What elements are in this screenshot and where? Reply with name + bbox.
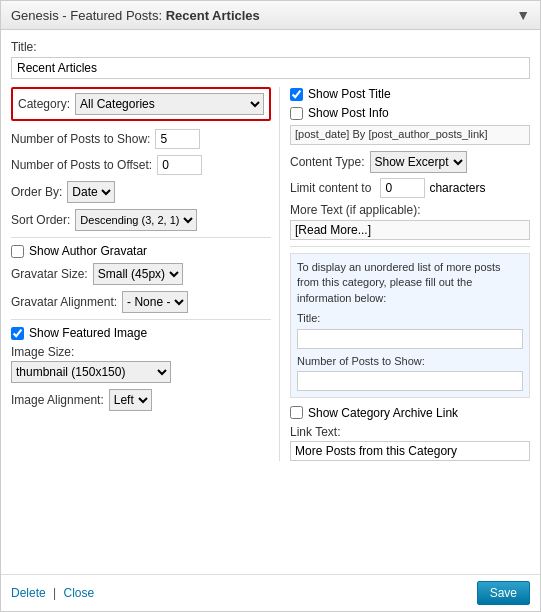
content-type-row: Content Type: Show Excerpt bbox=[290, 151, 530, 173]
title-input[interactable] bbox=[11, 57, 530, 79]
limit-suffix: characters bbox=[429, 181, 485, 195]
content-type-label: Content Type: bbox=[290, 155, 365, 169]
show-author-gravatar-label: Show Author Gravatar bbox=[29, 244, 147, 258]
content-type-select[interactable]: Show Excerpt bbox=[370, 151, 467, 173]
show-category-archive-checkbox[interactable] bbox=[290, 406, 303, 419]
show-category-archive-row: Show Category Archive Link bbox=[290, 406, 530, 420]
unordered-list-section: To display an unordered list of more pos… bbox=[290, 253, 530, 398]
footer-separator: | bbox=[53, 586, 56, 600]
footer-links: Delete | Close bbox=[11, 586, 94, 600]
show-post-title-label: Show Post Title bbox=[308, 87, 391, 101]
divider-right-1 bbox=[290, 246, 530, 247]
right-column: Show Post Title Show Post Info [post_dat… bbox=[279, 87, 530, 461]
widget-toggle-icon[interactable]: ▼ bbox=[516, 7, 530, 23]
more-text-label: More Text (if applicable): bbox=[290, 203, 530, 217]
category-row: Category: All Categories bbox=[11, 87, 271, 121]
order-by-select[interactable]: Date bbox=[67, 181, 115, 203]
gravatar-alignment-select[interactable]: - None - bbox=[122, 291, 188, 313]
sort-order-select[interactable]: Descending (3, 2, 1) bbox=[75, 209, 197, 231]
gravatar-size-select[interactable]: Small (45px) bbox=[93, 263, 183, 285]
image-size-row: Image Size: thumbnail (150x150) bbox=[11, 345, 271, 383]
limit-row: Limit content to characters bbox=[290, 178, 530, 198]
show-post-title-checkbox[interactable] bbox=[290, 88, 303, 101]
limit-label: Limit content to bbox=[290, 181, 371, 195]
sub-num-posts-input[interactable] bbox=[297, 371, 523, 391]
divider-2 bbox=[11, 319, 271, 320]
sort-order-row: Sort Order: Descending (3, 2, 1) bbox=[11, 209, 271, 231]
title-label: Title: bbox=[11, 40, 530, 54]
save-button[interactable]: Save bbox=[477, 581, 530, 605]
unordered-list-text: To display an unordered list of more pos… bbox=[297, 261, 501, 304]
gravatar-size-label: Gravatar Size: bbox=[11, 267, 88, 281]
show-featured-image-row: Show Featured Image bbox=[11, 326, 271, 340]
more-text-section: More Text (if applicable): bbox=[290, 203, 530, 240]
more-text-input[interactable] bbox=[290, 220, 530, 240]
order-by-row: Order By: Date bbox=[11, 181, 271, 203]
limit-input[interactable] bbox=[380, 178, 425, 198]
left-column: Category: All Categories Number of Posts… bbox=[11, 87, 271, 461]
link-text-label: Link Text: bbox=[290, 425, 530, 439]
show-category-archive-label: Show Category Archive Link bbox=[308, 406, 458, 420]
link-text-input[interactable] bbox=[290, 441, 530, 461]
image-alignment-select[interactable]: Left bbox=[109, 389, 152, 411]
num-posts-label: Number of Posts to Show: bbox=[11, 132, 150, 146]
show-post-title-row: Show Post Title bbox=[290, 87, 530, 101]
widget-body: Title: Category: All Categories Number o… bbox=[1, 30, 540, 471]
widget-header-title: Genesis - Featured Posts: Recent Article… bbox=[11, 8, 260, 23]
post-info-value: [post_date] By [post_author_posts_link] bbox=[290, 125, 530, 145]
category-label: Category: bbox=[18, 97, 70, 111]
two-column-layout: Category: All Categories Number of Posts… bbox=[11, 87, 530, 461]
header-title: Recent Articles bbox=[166, 8, 260, 23]
category-select[interactable]: All Categories bbox=[75, 93, 264, 115]
num-offset-input[interactable] bbox=[157, 155, 202, 175]
gravatar-size-row: Gravatar Size: Small (45px) bbox=[11, 263, 271, 285]
gravatar-alignment-label: Gravatar Alignment: bbox=[11, 295, 117, 309]
show-post-info-row: Show Post Info bbox=[290, 106, 530, 120]
order-by-label: Order By: bbox=[11, 185, 62, 199]
widget-header: Genesis - Featured Posts: Recent Article… bbox=[1, 1, 540, 30]
sub-num-posts-label: Number of Posts to Show: bbox=[297, 354, 523, 369]
sort-order-label: Sort Order: bbox=[11, 213, 70, 227]
sub-title-label: Title: bbox=[297, 311, 523, 326]
show-author-gravatar-checkbox[interactable] bbox=[11, 245, 24, 258]
image-section: Show Featured Image Image Size: thumbnai… bbox=[11, 326, 271, 411]
image-alignment-label: Image Alignment: bbox=[11, 393, 104, 407]
num-posts-input[interactable] bbox=[155, 129, 200, 149]
image-alignment-row: Image Alignment: Left bbox=[11, 389, 271, 411]
gravatar-alignment-row: Gravatar Alignment: - None - bbox=[11, 291, 271, 313]
image-size-select[interactable]: thumbnail (150x150) bbox=[11, 361, 171, 383]
divider-1 bbox=[11, 237, 271, 238]
num-offset-label: Number of Posts to Offset: bbox=[11, 158, 152, 172]
show-post-info-checkbox[interactable] bbox=[290, 107, 303, 120]
widget-container: Genesis - Featured Posts: Recent Article… bbox=[0, 0, 541, 612]
sub-title-input[interactable] bbox=[297, 329, 523, 349]
title-section: Title: bbox=[11, 40, 530, 79]
show-post-info-label: Show Post Info bbox=[308, 106, 389, 120]
header-prefix: Genesis - Featured Posts: bbox=[11, 8, 162, 23]
show-author-gravatar-row: Show Author Gravatar bbox=[11, 244, 271, 258]
widget-footer: Delete | Close Save bbox=[1, 574, 540, 611]
show-featured-image-checkbox[interactable] bbox=[11, 327, 24, 340]
image-size-label: Image Size: bbox=[11, 345, 74, 359]
num-posts-row: Number of Posts to Show: bbox=[11, 129, 271, 149]
delete-link[interactable]: Delete bbox=[11, 586, 46, 600]
num-offset-row: Number of Posts to Offset: bbox=[11, 155, 271, 175]
show-featured-image-label: Show Featured Image bbox=[29, 326, 147, 340]
gravatar-section: Show Author Gravatar Gravatar Size: Smal… bbox=[11, 244, 271, 313]
show-category-archive-section: Show Category Archive Link Link Text: bbox=[290, 406, 530, 461]
close-link[interactable]: Close bbox=[64, 586, 95, 600]
